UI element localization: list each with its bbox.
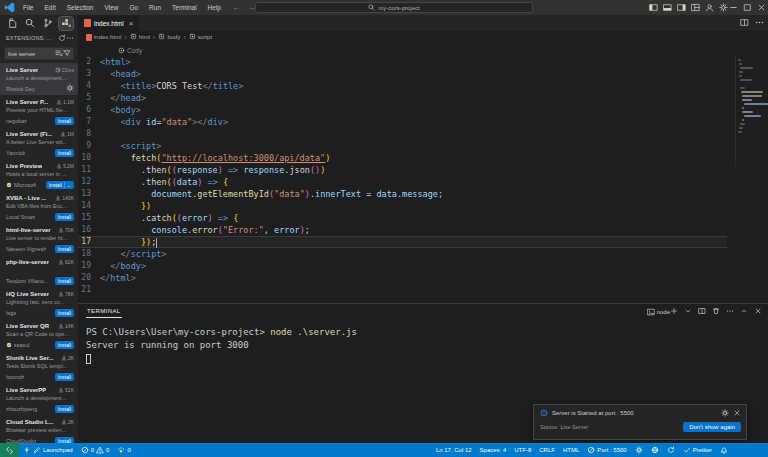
code-line-11[interactable]: 11 .then((response) => response.json()) <box>78 164 727 176</box>
status-globe[interactable] <box>647 443 663 457</box>
install-button[interactable]: Install <box>55 245 74 253</box>
menu-run[interactable]: Run <box>149 4 161 11</box>
activity-files[interactable] <box>5 17 19 30</box>
filter-icon[interactable] <box>63 49 71 58</box>
clear-list-icon[interactable] <box>55 49 63 58</box>
extension-item[interactable]: Cloud Studio L...2KBrowser preview exten… <box>0 415 78 443</box>
breadcrumb-item[interactable]: body <box>158 33 180 41</box>
panel-right-button[interactable] <box>677 3 686 13</box>
breadcrumb-item[interactable]: html <box>130 33 150 41</box>
install-button[interactable]: Install <box>55 149 74 157</box>
code-line-19[interactable]: 19 </body> <box>78 260 727 272</box>
code-line-12[interactable]: 12 .then((data) => { <box>78 176 727 188</box>
extension-item[interactable]: html-live-server70KLive server to render… <box>0 223 78 255</box>
code-line-3[interactable]: 3 <head> <box>78 68 727 80</box>
activity-search[interactable] <box>23 17 37 30</box>
install-button[interactable]: Install <box>55 405 74 413</box>
code-line-15[interactable]: 15 .catch((error) => { <box>78 212 727 224</box>
breadcrumb-item[interactable]: script <box>189 33 212 41</box>
extension-item[interactable]: Slonik Live Ser...2KTests Slonik SQL tem… <box>0 351 78 383</box>
panel-bottom-button[interactable] <box>663 3 672 13</box>
panel-action-plus[interactable] <box>670 307 678 316</box>
refresh-icon[interactable] <box>58 34 66 43</box>
extension-item[interactable]: Live Server (Fi...1MA better Live Server… <box>0 127 78 159</box>
indentation-status[interactable]: Spaces: 4 <box>476 443 511 457</box>
terminal-tab[interactable]: TERMINAL <box>86 306 122 318</box>
extension-item[interactable]: Live Server QR14KScan a QR Code to ope..… <box>0 319 78 351</box>
close-tab-icon[interactable]: × <box>129 19 134 28</box>
code-editor[interactable]: index.html›html›body›script Cody 2<html>… <box>78 31 768 303</box>
settings-button[interactable] <box>719 3 728 13</box>
extension-item[interactable]: Live ServerPP51KLaunch a development...z… <box>0 383 78 415</box>
misc-counter-status[interactable]: 0 <box>113 443 134 457</box>
back-icon[interactable]: ← <box>232 3 240 12</box>
extension-item[interactable]: Live Preview5.2MHosts a local server in … <box>0 159 78 191</box>
panel-action-trash[interactable] <box>712 307 720 316</box>
menu-edit[interactable]: Edit <box>44 4 55 11</box>
editor-action-split-editor[interactable] <box>740 18 749 28</box>
notification-settings-icon[interactable] <box>721 409 729 417</box>
dont-show-again-button[interactable]: Don't show again <box>683 422 741 432</box>
extension-item[interactable]: php-live-server62KTeodoro Villanu...Inst… <box>0 255 78 287</box>
prettier-status[interactable]: Prettier <box>679 443 716 457</box>
account-button[interactable] <box>705 3 714 13</box>
problems-status[interactable]: 0 0 <box>77 443 114 457</box>
breadcrumb-item[interactable]: index.html <box>86 34 121 41</box>
install-button[interactable]: Install⌄ <box>46 181 74 189</box>
close-button[interactable] <box>757 3 766 13</box>
extension-gear-icon[interactable] <box>66 84 74 95</box>
extensions-search-input[interactable] <box>8 51 55 57</box>
extension-item[interactable]: Live Server P...1.1MPreview your HTML fi… <box>0 95 78 127</box>
install-button[interactable]: Install <box>55 117 74 125</box>
extension-item[interactable]: HQ Live Server78KLightning fast, zero co… <box>0 287 78 319</box>
notification-close-icon[interactable] <box>733 409 741 417</box>
code-line-17[interactable]: 17 }); <box>78 236 727 248</box>
code-line-8[interactable]: 8 <box>78 128 727 140</box>
menu-file[interactable]: File <box>23 4 33 11</box>
command-center[interactable]: my-cors-project <box>255 2 533 13</box>
status-sync[interactable] <box>663 443 679 457</box>
menu-terminal[interactable]: Terminal <box>172 4 197 11</box>
code-line-20[interactable]: 20</html> <box>78 272 727 284</box>
extension-item[interactable]: Live Server21msLaunch a development...Ri… <box>0 63 78 95</box>
install-button[interactable]: Install <box>55 277 74 285</box>
code-line-21[interactable]: 21 <box>78 284 727 296</box>
panel-action-chevron-down[interactable] <box>684 307 692 316</box>
minimap[interactable] <box>735 56 766 166</box>
live-server-port-status[interactable]: Port : 5500 <box>583 443 630 457</box>
code-line-13[interactable]: 13 document.getElementById("data").inner… <box>78 188 727 200</box>
tab-index-html[interactable]: index.html × <box>78 15 140 31</box>
cursor-position-status[interactable]: Ln 17, Col 12 <box>432 443 476 457</box>
panel-action-chevron-up[interactable] <box>740 307 748 316</box>
code-line-6[interactable]: 6 <body> <box>78 104 727 116</box>
layout-button[interactable] <box>691 3 700 13</box>
editor-action-more[interactable] <box>755 18 764 28</box>
status-gear[interactable] <box>631 443 647 457</box>
breadcrumb[interactable]: index.html›html›body›script <box>78 31 768 43</box>
code-line-7[interactable]: 7 <div id="data"></div> <box>78 116 727 128</box>
code-line-4[interactable]: 4 <title>CORS Test</title> <box>78 80 727 92</box>
menu-help[interactable]: Help <box>208 4 221 11</box>
notifications-bell[interactable] <box>716 443 732 457</box>
language-status[interactable]: HTML <box>559 443 583 457</box>
extension-item[interactable]: XVBA - Live ...140KEdit VBA files from E… <box>0 191 78 223</box>
panel-left-button[interactable] <box>649 3 658 13</box>
more-actions-icon[interactable] <box>66 34 74 43</box>
code-line-10[interactable]: 10 fetch("http://localhost:3000/api/data… <box>78 152 727 164</box>
code-line-18[interactable]: 18 </script> <box>78 248 727 260</box>
extensions-search-box[interactable] <box>4 47 74 60</box>
install-button[interactable]: Install <box>55 373 74 381</box>
panel-action-split-editor[interactable] <box>698 307 706 316</box>
panel-action-close[interactable] <box>754 307 762 316</box>
install-button[interactable]: Install <box>55 341 74 349</box>
terminal-content[interactable]: PS C:\Users\User\my-cors-project> node .… <box>86 326 357 365</box>
panel-action-more[interactable] <box>726 307 734 316</box>
minimize-button[interactable] <box>729 3 738 13</box>
code-line-5[interactable]: 5 </head> <box>78 92 727 104</box>
code-line-14[interactable]: 14 }) <box>78 200 727 212</box>
encoding-status[interactable]: UTF-8 <box>510 443 535 457</box>
install-button[interactable]: Install <box>55 213 74 221</box>
menu-view[interactable]: View <box>104 4 118 11</box>
code-line-9[interactable]: 9 <script> <box>78 140 727 152</box>
activity-extensions[interactable] <box>59 17 73 30</box>
